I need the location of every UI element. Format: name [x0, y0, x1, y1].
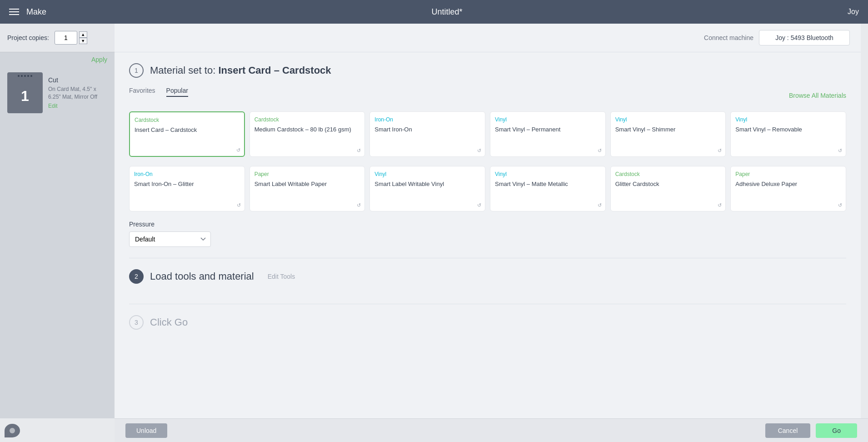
material-type: Paper: [735, 171, 841, 177]
cancel-button[interactable]: Cancel: [765, 423, 811, 438]
chat-bubble[interactable]: [5, 424, 20, 437]
chat-icon: [9, 427, 15, 434]
material-name: Smart Vinyl – Matte Metallic: [495, 180, 601, 188]
tabs-row: Favorites Popular Browse All Materials: [129, 87, 846, 104]
refresh-icon[interactable]: ↺: [357, 148, 361, 154]
material-name: Adhesive Deluxe Paper: [735, 180, 841, 188]
mat-info: Cut On Card Mat, 4.5" x 6.25" Mat, Mirro…: [48, 76, 107, 109]
pressure-select[interactable]: DefaultMoreLess: [129, 231, 211, 247]
unload-button[interactable]: Unload: [125, 423, 167, 438]
material-name: Smart Vinyl – Shimmer: [615, 126, 721, 134]
step1-title-bold: Insert Card – Cardstock: [218, 65, 331, 76]
connect-label: Connect machine: [704, 34, 753, 41]
refresh-icon[interactable]: ↺: [598, 148, 602, 154]
copies-up-button[interactable]: ▲: [79, 31, 87, 38]
mat-edit-link[interactable]: Edit: [48, 103, 107, 109]
refresh-icon[interactable]: ↺: [236, 147, 240, 153]
material-card[interactable]: Vinyl Smart Vinyl – Matte Metallic ↺: [490, 166, 606, 211]
refresh-icon[interactable]: ↺: [718, 148, 722, 154]
material-name: Medium Cardstock – 80 lb (216 gsm): [254, 126, 360, 134]
step2-section: 2 Load tools and material Edit Tools: [115, 258, 861, 304]
svg-point-0: [10, 428, 15, 433]
refresh-icon[interactable]: ↺: [237, 202, 241, 208]
material-type: Cardstock: [615, 171, 721, 177]
material-card[interactable]: Paper Adhesive Deluxe Paper ↺: [730, 166, 846, 211]
step1-header: 1 Material set to: Insert Card – Cardsto…: [129, 63, 846, 78]
mat-detail: On Card Mat, 4.5" x 6.25" Mat, Mirror Of…: [48, 85, 107, 101]
material-type: Vinyl: [495, 116, 601, 123]
step3-section: 3 Click Go: [115, 304, 861, 350]
browse-all-link[interactable]: Browse All Materials: [789, 92, 846, 99]
project-copies-label: Project copies:: [7, 34, 49, 41]
refresh-icon[interactable]: ↺: [838, 148, 842, 154]
bottom-left: Unload: [125, 423, 167, 438]
go-button[interactable]: Go: [816, 423, 857, 438]
material-card[interactable]: Vinyl Smart Vinyl – Shimmer ↺: [610, 111, 726, 157]
material-name: Smart Label Writable Vinyl: [374, 180, 480, 188]
sidebar: Project copies: ▲ ▼ Apply 1 Cut On Card …: [0, 24, 115, 418]
refresh-icon[interactable]: ↺: [718, 202, 722, 208]
material-type: Cardstock: [135, 117, 239, 123]
edit-tools-link[interactable]: Edit Tools: [268, 273, 295, 280]
copies-stepper: ▲ ▼: [79, 31, 87, 44]
material-name: Smart Iron-On – Glitter: [134, 180, 240, 188]
material-name: Smart Vinyl – Permanent: [495, 126, 601, 134]
material-name: Smart Label Writable Paper: [254, 180, 360, 188]
step1-section: 1 Material set to: Insert Card – Cardsto…: [115, 52, 861, 258]
material-card[interactable]: Vinyl Smart Label Writable Vinyl ↺: [369, 166, 485, 211]
step3-circle: 3: [129, 315, 144, 330]
bottom-right: Cancel Go: [765, 423, 857, 438]
material-type: Vinyl: [735, 116, 841, 123]
material-type: Iron-On: [134, 171, 240, 177]
mat-number: 1: [21, 88, 29, 105]
bottom-bar: Unload Cancel Go: [115, 418, 868, 442]
apply-button[interactable]: Apply: [0, 52, 115, 67]
refresh-icon[interactable]: ↺: [477, 202, 481, 208]
material-type: Vinyl: [374, 171, 480, 177]
materials-row2: Iron-On Smart Iron-On – Glitter ↺ Paper …: [129, 166, 846, 211]
material-card[interactable]: Cardstock Medium Cardstock – 80 lb (216 …: [249, 111, 365, 157]
step2-header: 2 Load tools and material Edit Tools: [129, 269, 846, 284]
step1-circle: 1: [129, 63, 144, 78]
copies-down-button[interactable]: ▼: [79, 38, 87, 44]
refresh-icon[interactable]: ↺: [477, 148, 481, 154]
material-type: Vinyl: [495, 171, 601, 177]
material-type: Vinyl: [615, 116, 721, 123]
material-name: Glitter Cardstock: [615, 180, 721, 188]
connect-machine-button[interactable]: Joy : 5493 Bluetooth: [759, 30, 850, 45]
material-card[interactable]: Cardstock Insert Card – Cardstock ↺: [129, 111, 245, 157]
material-card[interactable]: Vinyl Smart Vinyl – Removable ↺: [730, 111, 846, 157]
mat-item[interactable]: 1 Cut On Card Mat, 4.5" x 6.25" Mat, Mir…: [0, 67, 115, 119]
step3-header: 3 Click Go: [129, 315, 846, 330]
material-card[interactable]: Iron-On Smart Iron-On – Glitter ↺: [129, 166, 245, 211]
step1-title-prefix: Material set to:: [150, 65, 218, 76]
copies-input[interactable]: [55, 31, 77, 45]
material-tabs: Favorites Popular: [129, 87, 188, 97]
materials-row1: Cardstock Insert Card – Cardstock ↺ Card…: [129, 111, 846, 157]
main-content: Connect machine Joy : 5493 Bluetooth 1 M…: [115, 24, 861, 418]
step3-title: Click Go: [150, 316, 188, 328]
mat-thumbnail: 1: [7, 72, 43, 113]
refresh-icon[interactable]: ↺: [357, 202, 361, 208]
copies-input-wrap: ▲ ▼: [55, 31, 87, 45]
tab-popular[interactable]: Popular: [166, 87, 188, 97]
hamburger-menu[interactable]: [9, 9, 19, 15]
material-card[interactable]: Paper Smart Label Writable Paper ↺: [249, 166, 365, 211]
tab-favorites[interactable]: Favorites: [129, 87, 155, 97]
pressure-section: Pressure DefaultMoreLess: [129, 221, 846, 247]
material-card[interactable]: Cardstock Glitter Cardstock ↺: [610, 166, 726, 211]
refresh-icon[interactable]: ↺: [838, 202, 842, 208]
connect-bar: Connect machine Joy : 5493 Bluetooth: [115, 24, 861, 52]
material-card[interactable]: Vinyl Smart Vinyl – Permanent ↺: [490, 111, 606, 157]
material-name: Smart Vinyl – Removable: [735, 126, 841, 134]
make-label[interactable]: Make: [26, 7, 46, 17]
material-type: Cardstock: [254, 116, 360, 123]
step2-circle: 2: [129, 269, 144, 284]
pressure-label: Pressure: [129, 221, 846, 228]
material-type: Paper: [254, 171, 360, 177]
material-name: Smart Iron-On: [374, 126, 480, 134]
refresh-icon[interactable]: ↺: [598, 202, 602, 208]
top-bar: Make Untitled* Joy: [0, 0, 868, 24]
top-bar-left: Make: [9, 7, 46, 17]
material-card[interactable]: Iron-On Smart Iron-On ↺: [369, 111, 485, 157]
